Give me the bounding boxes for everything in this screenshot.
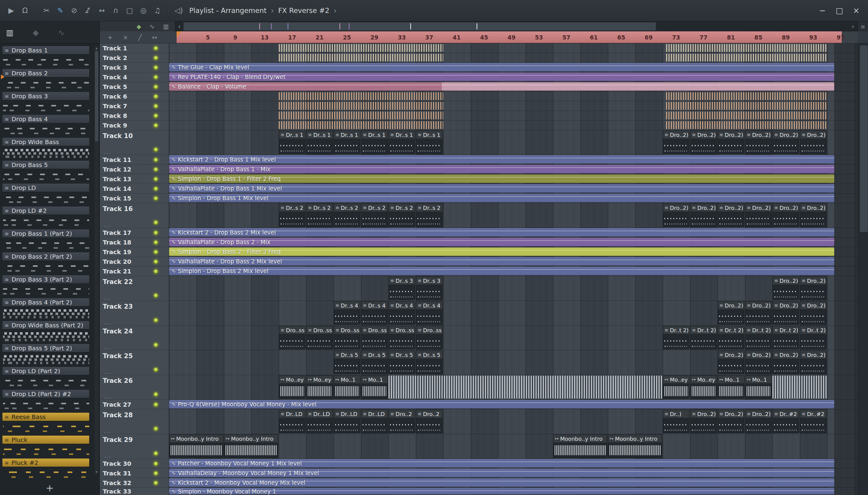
- audio-clip[interactable]: ≡Dro..2): [717, 301, 744, 325]
- audio-clip[interactable]: ≡Dr..s 5: [361, 351, 388, 374]
- track-header[interactable]: Track 18: [100, 238, 169, 247]
- track-lane[interactable]: ∿Simplon - Drop Bass 1 Mix level: [169, 193, 858, 203]
- audio-clip[interactable]: ≡Dro..2: [416, 410, 443, 433]
- mute-audio-icon[interactable]: ♪̸: [82, 4, 94, 17]
- track-lane[interactable]: [169, 101, 858, 111]
- track-header[interactable]: Track 25...: [100, 350, 169, 375]
- track-mute-led[interactable]: [153, 471, 158, 476]
- track-lane[interactable]: ∿ValhallaPlate - Drop Bass 2 - Mix: [169, 238, 858, 247]
- track-mute-led[interactable]: [153, 46, 158, 51]
- track-mute-led[interactable]: [153, 451, 158, 456]
- add-track-button[interactable]: +: [108, 34, 113, 40]
- audio-clip[interactable]: ≡Dr..t 2): [690, 326, 717, 349]
- track-lane[interactable]: ∿The Glue - Clap Mix level: [169, 63, 858, 72]
- audio-clip[interactable]: ≡Dr..t 2): [663, 326, 690, 349]
- track-mute-led[interactable]: [153, 147, 158, 152]
- picker-item-header[interactable]: ≡Drop LD #2: [2, 206, 89, 215]
- track-header[interactable]: Track 20: [100, 257, 169, 267]
- audio-clip[interactable]: ≡Dr..s 2: [388, 204, 415, 227]
- track-lane[interactable]: ∿ValhallaDelay - Moonboy Vocal Money 1 M…: [169, 468, 858, 478]
- audio-clip[interactable]: ≡Dr..s 1: [361, 131, 388, 154]
- picker-item-header[interactable]: ≡Pluck: [2, 436, 89, 444]
- track-mute-led[interactable]: [153, 293, 158, 298]
- picker-item-header[interactable]: ≡Drop Bass 1 (Part 2): [2, 229, 89, 238]
- picker-item-header[interactable]: ≡Pluck #2: [2, 459, 89, 467]
- picker-scrollbar[interactable]: ▴ ▾: [94, 46, 99, 474]
- track-mute-led[interactable]: [153, 392, 158, 397]
- automation-clip[interactable]: ∿Simplon - Drop Bass 1 Mix level: [169, 194, 834, 202]
- track-header[interactable]: Track 9: [100, 121, 169, 130]
- track-lane[interactable]: ∿Kickstart 2 - Drop Bass 2 Mix level: [169, 228, 858, 238]
- pan-tool-icon[interactable]: ↔: [96, 4, 108, 17]
- audio-clip[interactable]: ≡Dr..s 5: [388, 351, 415, 374]
- automation-filter-icon[interactable]: ∿: [58, 28, 65, 37]
- scroll-left-icon[interactable]: ‹: [175, 23, 184, 30]
- audio-clip[interactable]: ↦Moonbo..y Intro: [224, 434, 278, 458]
- audio-clip[interactable]: ≡Dro..2): [800, 276, 827, 300]
- audio-clip[interactable]: ↦Mo..ey: [663, 375, 690, 399]
- audio-clip[interactable]: ↦Moonbo..y Intro: [169, 434, 223, 458]
- overview-track[interactable]: [184, 22, 849, 31]
- preview-audio-icon[interactable]: ♫: [151, 4, 164, 17]
- audio-clip[interactable]: ≡Dr..s 2: [334, 204, 361, 227]
- automation-clip[interactable]: ∿ValhallaPlate - Drop Bass 2 - Mix: [169, 238, 834, 246]
- audio-clip[interactable]: ≡Dro..2): [772, 276, 799, 300]
- audio-clip[interactable]: ≡Dr..LD: [306, 410, 333, 433]
- track-mute-led[interactable]: [153, 75, 158, 80]
- track-mute-led[interactable]: [153, 461, 158, 466]
- fl-logo-icon[interactable]: Ω: [19, 4, 31, 17]
- song-start-marker[interactable]: [177, 31, 181, 37]
- audio-clip[interactable]: ≡Dro..2): [717, 351, 744, 374]
- track-header[interactable]: Track 15: [100, 193, 169, 203]
- audio-clip[interactable]: ↦Mo..1: [717, 375, 744, 399]
- track-lane[interactable]: ≡Dro..ss≡Dro..ss≡Dro..ss≡Dro..ss≡Dro..ss…: [169, 326, 858, 350]
- minimize-button[interactable]: −: [816, 4, 829, 17]
- track-mute-led[interactable]: [153, 402, 158, 407]
- picker-item-header[interactable]: ≡Drop Bass 3: [2, 92, 89, 100]
- track-mute-led[interactable]: [153, 196, 158, 201]
- track-header[interactable]: Track 27: [100, 400, 169, 409]
- track-lane[interactable]: ≡Dr..LD≡Dr..LD≡Dr..LD≡Dr..LD≡Dro..2≡Dro.…: [169, 409, 858, 434]
- track-mute-led[interactable]: [153, 318, 158, 323]
- track-lane[interactable]: ∿Simplon - Drop Bass 2 - Filter 2 Freq: [169, 247, 858, 257]
- piano-view-icon[interactable]: ▥: [6, 28, 14, 37]
- picker-item-header[interactable]: ≡Drop Wide Bass (Part 2): [2, 321, 89, 329]
- audio-clip[interactable]: ≡Dro..2): [745, 301, 772, 325]
- track-header[interactable]: Track 7: [100, 101, 169, 111]
- automation-clip[interactable]: ∿ValhallaPlate - Drop Bass 1 - Mix: [169, 165, 834, 173]
- audio-clip[interactable]: ≡Dr..s 2: [361, 204, 388, 227]
- slice-tool-icon[interactable]: ✂: [40, 4, 53, 17]
- audio-clip[interactable]: ≡Dr..t 2): [772, 326, 799, 349]
- track-header[interactable]: Track 10...: [100, 130, 169, 155]
- track-header[interactable]: Track 8: [100, 111, 169, 121]
- audio-clip[interactable]: ≡Dro..2): [800, 351, 827, 374]
- audio-clip[interactable]: ≡Dr..#2: [800, 410, 827, 433]
- ruler[interactable]: 5913172125293337414549535761656973778185…: [177, 31, 858, 44]
- slope-tool-icon[interactable]: ╱: [138, 34, 142, 40]
- track-mute-led[interactable]: [153, 220, 158, 225]
- track-header[interactable]: Track 19: [100, 247, 169, 257]
- track-lane[interactable]: ∿Patcher - Moonboy Vocal Money 1 Mix lev…: [169, 459, 858, 468]
- overview-handle[interactable]: [184, 22, 656, 31]
- track-header[interactable]: Track 6: [100, 92, 169, 101]
- audio-clip[interactable]: ≡Dro..2): [800, 301, 827, 325]
- track-lane[interactable]: ∿Pro-Q 4(Verse) Moonboy Vocal Money - Mi…: [169, 400, 858, 409]
- track-mute-led[interactable]: [153, 123, 158, 128]
- chopped-audio-clips[interactable]: [666, 92, 827, 100]
- audio-clip[interactable]: ≡Dro..2): [772, 131, 799, 154]
- track-lane[interactable]: ∿Kickstart 2 - Moonboy Vocal Money Mix l…: [169, 478, 858, 488]
- track-header[interactable]: Track 23...: [100, 301, 169, 326]
- automation-clip[interactable]: ∿Simplon - Moonboy Vocal Money 1: [169, 488, 834, 494]
- picker-item-header[interactable]: ≡Drop Bass 3 (Part 2): [2, 275, 89, 284]
- picker-item-header[interactable]: ≡Drop Bass 1: [2, 46, 89, 54]
- track-mute-led[interactable]: [153, 240, 158, 245]
- audio-clip[interactable]: ≡Dr..s 5: [416, 351, 443, 374]
- audio-clip[interactable]: ≡Dr..#2: [772, 410, 799, 433]
- chopped-audio-clips[interactable]: [666, 102, 827, 110]
- track-lane[interactable]: ∿ValhallaPlate - Drop Bass 1 Mix level: [169, 184, 858, 193]
- play-icon[interactable]: ▶: [5, 4, 17, 17]
- track-lane[interactable]: [169, 44, 858, 53]
- audio-clip[interactable]: ≡Dr..s 1: [306, 131, 333, 154]
- automation-clip[interactable]: ∿The Glue - Clap Mix level: [169, 63, 834, 71]
- disable-snap-icon[interactable]: ⊘: [68, 4, 81, 17]
